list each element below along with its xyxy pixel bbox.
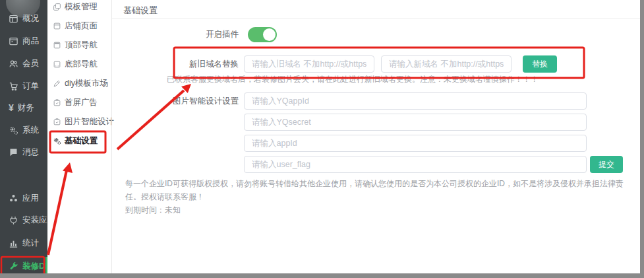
yuan-icon: ¥ (9, 103, 14, 113)
sidebar-item-apps[interactable]: 应用 (9, 191, 39, 205)
submenu-item-top-nav[interactable]: 顶部导航 (53, 38, 98, 52)
submenu-item-label: 模板管理 (65, 1, 98, 13)
old-domain-input[interactable] (244, 55, 374, 73)
submit-button[interactable]: 提交 (590, 156, 623, 173)
apps-icon (9, 193, 18, 203)
submenu-divider (111, 0, 112, 273)
gear-icon (53, 137, 61, 145)
ad-badge-icon (53, 98, 61, 107)
sidebar-item-finance[interactable]: ¥ 财务 (9, 101, 34, 114)
sidebar-item-overview[interactable]: 概况 (9, 12, 39, 25)
shop-page-icon (53, 22, 61, 30)
submenu-item-label: diy模板市场 (65, 78, 108, 89)
submenu-item-template-management[interactable]: 模板管理 (53, 0, 98, 13)
smart-design-label: 图片智能设计设置 (167, 92, 239, 110)
sidebar-item-label: 应用 (22, 193, 39, 204)
toggle-knob (263, 28, 276, 41)
submenu-item-basic-settings[interactable]: 基础设置 (53, 134, 98, 147)
window-edge-bottom (0, 273, 644, 278)
page-title: 基础设置 (123, 5, 158, 17)
goods-icon (9, 36, 18, 46)
app-window: 概况 商品 会员 订单 ¥ 财务 系统 (0, 0, 644, 278)
template-icon (53, 3, 61, 11)
replace-button[interactable]: 替换 (523, 55, 557, 73)
primary-sidebar: 概况 商品 会员 订单 ¥ 财务 系统 (0, 0, 47, 273)
yqsecret-input[interactable] (244, 114, 587, 131)
sidebar-item-label: 商品 (22, 36, 39, 47)
message-icon (9, 147, 18, 157)
members-icon (9, 59, 18, 69)
smart-design-icon (53, 118, 61, 126)
wrench-icon (9, 261, 18, 271)
plugin-toggle[interactable] (248, 27, 277, 42)
sidebar-item-label: 系统 (22, 125, 39, 136)
submenu-item-shop-pages[interactable]: 店铺页面 (53, 19, 98, 32)
sidebar-item-goods[interactable]: 商品 (9, 34, 39, 48)
user-flag-input[interactable] (244, 156, 587, 173)
annotation-arrow-head-2 (181, 84, 191, 93)
sidebar-item-label: 统计 (22, 238, 39, 249)
sidebar-item-label: 订单 (22, 81, 39, 92)
sidebar-item-statistics[interactable]: 统计 (9, 236, 39, 250)
stats-icon (9, 238, 18, 248)
sidebar-item-messages[interactable]: 消息 (9, 145, 39, 158)
submenu-item-label: 店铺页面 (65, 20, 98, 32)
license-notice: 每一个企业ID可获得版权授权，请勿将账号转借给其他企业使用，请确认您使用的是否为… (125, 177, 638, 217)
title-divider (112, 18, 640, 18)
gears-icon (9, 125, 18, 135)
top-nav-icon (53, 41, 61, 50)
pen-icon (53, 79, 61, 88)
bottom-nav-icon (53, 60, 61, 69)
window-edge-right (640, 0, 644, 273)
sidebar-item-label: 消息 (22, 147, 39, 158)
sidebar-item-orders[interactable]: 订单 (9, 79, 39, 92)
overview-icon (9, 14, 18, 24)
submenu-item-smart-image-design[interactable]: 图片智能设计 (53, 115, 114, 128)
submenu-item-diy-template-market[interactable]: diy模板市场 (53, 77, 108, 90)
submenu-item-label: 图片智能设计 (65, 116, 114, 127)
sidebar-item-label: 财务 (18, 102, 34, 114)
sidebar-item-label: 概况 (22, 13, 39, 24)
submenu-item-bottom-nav[interactable]: 底部导航 (53, 57, 98, 71)
yqappid-input[interactable] (244, 92, 587, 110)
new-domain-input[interactable] (381, 55, 512, 73)
submenu-item-label: 基础设置 (65, 135, 98, 147)
sidebar-item-system[interactable]: 系统 (9, 123, 39, 137)
submenu-item-label: 底部导航 (65, 59, 98, 70)
sidebar-item-members[interactable]: 会员 (9, 57, 39, 70)
submenu-item-label: 首屏广告 (65, 97, 98, 108)
plugin-toggle-label: 开启插件 (175, 27, 239, 42)
domain-replace-label: 新旧域名替换 (170, 55, 239, 73)
sidebar-item-label: 会员 (22, 58, 39, 69)
license-notice-line1: 每一个企业ID可获得版权授权，请勿将账号转借给其他企业使用，请确认您使用的是否为… (125, 177, 638, 203)
domain-replace-help: 已联系客服更换域名后，若装修图片丢失，请在此处进行新旧域名更换。注意：未更换域名… (167, 74, 539, 85)
cart-icon (9, 81, 18, 91)
appid-input[interactable] (244, 135, 587, 152)
submenu-item-label: 顶部导航 (65, 40, 98, 51)
install-icon (9, 215, 18, 225)
submenu-item-splash-ad[interactable]: 首屏广告 (53, 96, 98, 109)
license-notice-line2: 到期时间：未知 (125, 203, 638, 217)
